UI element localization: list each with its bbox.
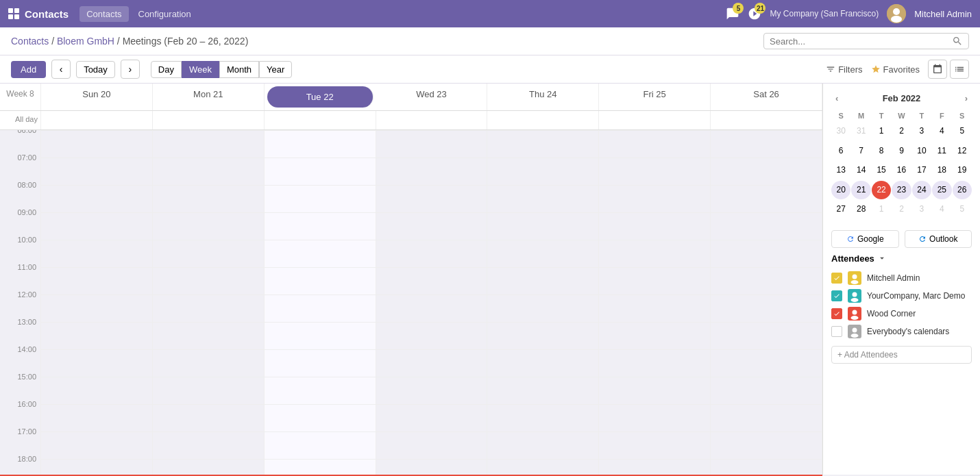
allday-cell-0[interactable] [41,111,153,129]
day-header-4[interactable]: Thu 24 [487,84,599,110]
time-cell-2-3[interactable] [376,185,488,212]
allday-cell-1[interactable] [153,111,265,129]
time-cell-3-1[interactable] [153,212,265,240]
favorites-button[interactable]: Favorites [871,64,920,75]
time-cell-10-1[interactable] [153,404,265,431]
time-cell-1-4[interactable] [487,158,599,185]
time-cell-0-6[interactable] [711,130,822,158]
time-cell-2-1[interactable] [153,185,265,212]
view-week-button[interactable]: Week [182,61,219,78]
time-cell-6-1[interactable] [153,295,265,322]
time-cell-11-4[interactable] [487,431,599,459]
time-cell-4-2[interactable] [265,240,376,267]
mini-cal-day-1-5[interactable]: 11 [932,142,951,161]
outlook-sync-button[interactable]: Outlook [905,230,972,248]
time-cell-3-4[interactable] [487,212,599,240]
time-cell-10-4[interactable] [487,404,599,431]
time-cell-0-5[interactable] [599,130,711,158]
mini-cal-day-0-3[interactable]: 2 [892,122,911,141]
time-cell-0-3[interactable] [376,130,488,158]
mini-cal-day-3-1[interactable]: 21 [851,181,870,200]
time-cell-7-4[interactable] [487,322,599,349]
time-grid[interactable]: 06:0007:0008:0009:0010:0011:0012:0013:00… [0,130,822,475]
time-cell-12-1[interactable] [153,459,265,475]
time-cell-9-5[interactable] [599,377,711,404]
nav-contacts[interactable]: Contacts [79,6,128,22]
time-cell-8-5[interactable] [599,349,711,377]
mini-cal-day-3-5[interactable]: 25 [932,181,951,200]
list-view-button[interactable] [950,60,969,79]
time-cell-2-4[interactable] [487,185,599,212]
mini-cal-day-0-5[interactable]: 4 [932,122,951,141]
time-cell-4-0[interactable] [41,240,153,267]
time-cell-8-1[interactable] [153,349,265,377]
mini-cal-day-3-2[interactable]: 22 [872,181,891,200]
time-cell-4-4[interactable] [487,240,599,267]
time-cell-11-1[interactable] [153,431,265,459]
time-cell-3-3[interactable] [376,212,488,240]
mini-cal-day-0-6[interactable]: 5 [953,122,972,141]
today-button[interactable]: Today [76,61,115,78]
mini-cal-day-0-1[interactable]: 31 [851,122,870,141]
time-cell-8-4[interactable] [487,349,599,377]
attendees-header[interactable]: Attendees [831,253,972,264]
time-cell-2-2[interactable] [265,185,376,212]
time-cell-9-3[interactable] [376,377,488,404]
time-cell-10-6[interactable] [711,404,822,431]
allday-cell-3[interactable] [376,111,488,129]
time-cell-4-3[interactable] [376,240,488,267]
mini-cal-day-1-1[interactable]: 7 [851,142,870,161]
nav-configuration[interactable]: Configuration [132,6,198,22]
mini-cal-day-1-4[interactable]: 10 [912,142,931,161]
day-header-3[interactable]: Wed 23 [376,84,488,110]
allday-cell-5[interactable] [599,111,711,129]
prev-button[interactable]: ‹ [51,60,71,79]
mini-cal-day-1-0[interactable]: 6 [831,142,850,161]
time-cell-11-5[interactable] [599,431,711,459]
time-cell-0-1[interactable] [153,130,265,158]
add-button[interactable]: Add [11,61,46,78]
time-cell-11-3[interactable] [376,431,488,459]
mini-cal-day-2-6[interactable]: 19 [953,161,972,180]
time-cell-1-3[interactable] [376,158,488,185]
mini-cal-day-1-3[interactable]: 9 [892,142,911,161]
time-cell-5-4[interactable] [487,267,599,295]
time-cell-1-2[interactable] [265,158,376,185]
day-header-6[interactable]: Sat 26 [711,84,822,110]
time-cell-7-2[interactable] [265,322,376,349]
add-attendees-button[interactable]: + Add Attendees [831,346,972,364]
time-cell-0-2[interactable] [265,130,376,158]
day-header-2[interactable]: Tue 22 [267,86,373,108]
mini-cal-day-4-6[interactable]: 5 [953,200,972,219]
time-cell-12-4[interactable] [487,459,599,475]
time-cell-10-3[interactable] [376,404,488,431]
day-header-5[interactable]: Fri 25 [599,84,711,110]
time-cell-2-0[interactable] [41,185,153,212]
time-cell-6-6[interactable] [711,295,822,322]
time-cell-7-6[interactable] [711,322,822,349]
time-cell-12-0[interactable] [41,459,153,475]
mini-cal-day-2-4[interactable]: 17 [912,161,931,180]
time-cell-6-5[interactable] [599,295,711,322]
view-year-button[interactable]: Year [259,61,292,78]
time-cell-9-4[interactable] [487,377,599,404]
activity-badge[interactable]: 21 [748,7,761,21]
mini-cal-prev[interactable]: ‹ [831,92,842,105]
mini-cal-day-3-0[interactable]: 20 [831,181,850,200]
time-cell-5-2[interactable] [265,267,376,295]
time-cell-10-2[interactable] [265,404,376,431]
time-cell-6-3[interactable] [376,295,488,322]
day-header-0[interactable]: Sun 20 [41,84,153,110]
messages-badge[interactable]: 5 [726,7,739,21]
allday-cell-4[interactable] [487,111,599,129]
time-cell-7-0[interactable] [41,322,153,349]
time-cell-1-1[interactable] [153,158,265,185]
view-month-button[interactable]: Month [219,61,259,78]
time-cell-9-0[interactable] [41,377,153,404]
time-cell-3-5[interactable] [599,212,711,240]
time-cell-12-3[interactable] [376,459,488,475]
time-cell-11-2[interactable] [265,431,376,459]
time-cell-5-6[interactable] [711,267,822,295]
mini-cal-next[interactable]: › [961,92,972,105]
time-cell-3-0[interactable] [41,212,153,240]
